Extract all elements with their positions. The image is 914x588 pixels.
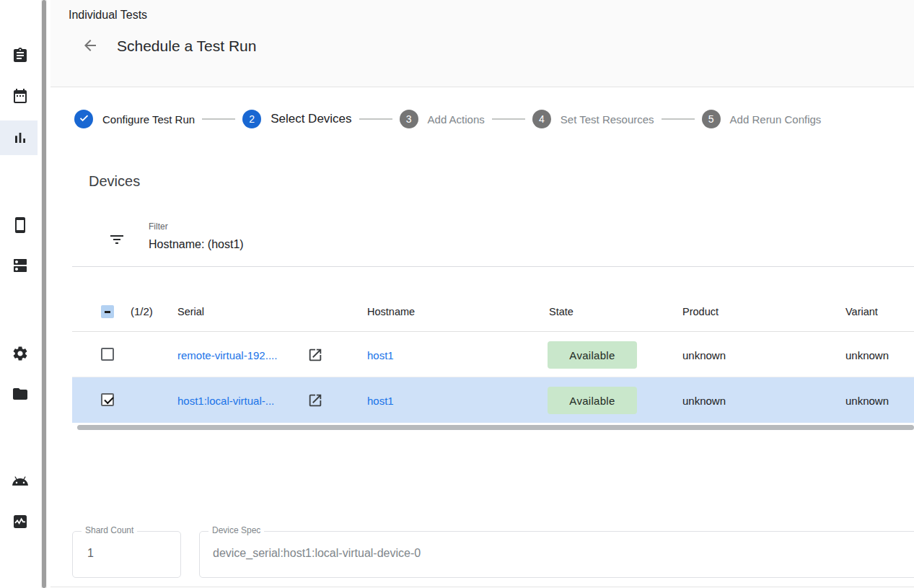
step-add-rerun-configs[interactable]: 5 Add Rerun Configs (702, 110, 822, 128)
select-all-checkbox[interactable] (101, 305, 114, 318)
column-header-hostname: Hostname (367, 306, 415, 317)
device-spec-field[interactable]: Device Spec device_serial:host1:local-vi… (199, 531, 914, 578)
sidebar-item-settings[interactable] (12, 345, 29, 362)
vertical-scrollbar-thumb[interactable] (42, 0, 46, 588)
shard-count-label: Shard Count (82, 525, 137, 535)
device-serial-link[interactable]: host1:local-virtual-... (177, 395, 274, 407)
step-connector (662, 118, 695, 120)
calendar-icon (12, 87, 29, 105)
step-3-label: Add Actions (428, 113, 485, 126)
sidebar-item-plans[interactable] (12, 87, 29, 105)
stepper: Configure Test Run 2 Select Devices 3 Ad… (74, 108, 821, 130)
android-icon (12, 473, 29, 490)
device-spec-label: Device Spec (208, 525, 264, 535)
app-root: Individual Tests Schedule a Test Run Con… (0, 0, 914, 588)
column-header-serial: Serial (177, 306, 204, 317)
open-in-new-icon[interactable] (307, 392, 323, 408)
step-connector (359, 118, 392, 120)
filter-input[interactable]: Hostname: (host1) (149, 238, 244, 251)
page-title: Schedule a Test Run (117, 38, 256, 55)
column-header-variant: Variant (845, 306, 878, 317)
device-table-header: (1/2) Serial Hostname State Product Vari… (72, 291, 914, 332)
step-1-label: Configure Test Run (102, 113, 195, 126)
sidebar-item-file-browser[interactable] (12, 385, 29, 403)
step-5-circle: 5 (702, 110, 721, 128)
sidebar-item-tests[interactable] (12, 47, 29, 64)
step-5-label: Add Rerun Configs (730, 113, 822, 126)
device-serial-link[interactable]: remote-virtual-192.... (177, 349, 277, 361)
sidebar-item-hosts[interactable] (12, 257, 29, 274)
device-hostname-link[interactable]: host1 (367, 395, 394, 407)
devices-heading: Devices (89, 173, 140, 190)
back-button[interactable] (80, 36, 100, 56)
vertical-scrollbar[interactable] (41, 0, 47, 588)
shard-count-input[interactable]: 1 (87, 547, 94, 560)
device-variant: unknown (845, 395, 889, 407)
filter-underline (72, 266, 914, 267)
step-connector (492, 118, 525, 120)
device-table-row[interactable]: host1:local-virtual-... host1 Available … (72, 377, 914, 423)
device-spec-input[interactable]: device_serial:host1:local-virtual-device… (213, 547, 421, 560)
filter-icon[interactable] (108, 231, 126, 248)
device-table-row[interactable]: remote-virtual-192.... host1 Available u… (72, 332, 914, 377)
device-product: unknown (682, 349, 726, 361)
step-add-actions[interactable]: 3 Add Actions (400, 110, 485, 128)
sidebar-item-devices[interactable] (12, 216, 29, 234)
state-badge: Available (548, 341, 637, 369)
row-checkbox[interactable] (101, 393, 114, 406)
step-set-test-resources[interactable]: 4 Set Test Resources (532, 110, 654, 128)
column-header-state: State (549, 306, 574, 317)
step-4-circle: 4 (532, 110, 551, 128)
smartphone-icon (12, 216, 29, 234)
step-2-circle: 2 (242, 110, 261, 128)
check-icon (79, 113, 89, 126)
pulse-chart-icon (12, 513, 29, 530)
horizontal-scrollbar[interactable] (77, 425, 914, 430)
bottom-divider (50, 587, 914, 587)
device-product: unknown (682, 395, 726, 407)
sidebar-item-android[interactable] (12, 473, 29, 490)
arrow-back-icon (82, 45, 99, 56)
page-header: Individual Tests Schedule a Test Run (50, 0, 914, 87)
bar-chart-icon (12, 129, 29, 146)
step-3-circle: 3 (400, 110, 418, 128)
folder-icon (12, 385, 29, 403)
shard-count-field[interactable]: Shard Count 1 (72, 531, 181, 578)
row-checkbox[interactable] (101, 348, 114, 361)
sidebar (0, 0, 40, 588)
step-2-label: Select Devices (271, 112, 351, 126)
step-configure-test-run[interactable]: Configure Test Run (74, 110, 195, 128)
sidebar-item-test-runs[interactable] (12, 129, 29, 146)
step-connector (202, 118, 235, 120)
step-1-circle (74, 110, 93, 128)
device-variant: unknown (845, 349, 889, 361)
step-4-label: Set Test Resources (561, 113, 654, 126)
storage-icon (12, 257, 29, 274)
breadcrumb: Individual Tests (69, 9, 147, 22)
gear-icon (12, 345, 29, 362)
open-in-new-icon[interactable] (307, 347, 323, 363)
selection-count: (1/2) (131, 305, 153, 317)
state-badge: Available (548, 387, 637, 414)
column-header-product: Product (682, 306, 719, 317)
filter-field-label: Filter (149, 221, 168, 232)
clipboard-icon (12, 47, 29, 64)
step-select-devices[interactable]: 2 Select Devices (242, 110, 351, 128)
sidebar-item-monitoring[interactable] (12, 513, 29, 530)
device-hostname-link[interactable]: host1 (367, 349, 394, 361)
